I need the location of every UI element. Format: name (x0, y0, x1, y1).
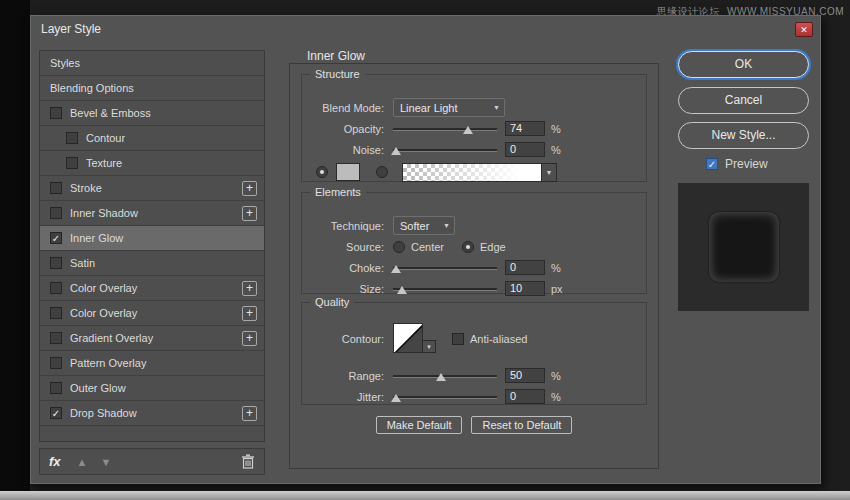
style-checkbox[interactable]: ✓ (50, 407, 62, 419)
gradient-radio[interactable] (376, 166, 388, 178)
style-checkbox[interactable] (50, 257, 62, 269)
size-input[interactable]: 10 (505, 281, 545, 296)
range-slider[interactable] (393, 369, 497, 383)
size-slider-thumb[interactable] (397, 286, 407, 294)
size-slider[interactable] (393, 282, 497, 296)
reset-to-default-button[interactable]: Reset to Default (471, 416, 572, 434)
noise-slider-thumb[interactable] (391, 147, 401, 155)
styles-list: Styles Blending Options Bevel & Emboss C… (39, 50, 265, 442)
range-input[interactable]: 50 (505, 368, 545, 383)
technique-row: Technique: Softer ▼ (302, 215, 646, 236)
close-icon[interactable]: ✕ (795, 22, 813, 37)
fx-icon[interactable]: fx (49, 454, 61, 469)
preview-checkbox[interactable]: ✓ (706, 158, 718, 170)
technique-select[interactable]: Softer ▼ (393, 216, 455, 235)
style-checkbox[interactable]: ✓ (50, 232, 62, 244)
add-instance-button[interactable]: + (242, 306, 257, 321)
opacity-slider[interactable] (393, 122, 497, 136)
opacity-input[interactable]: 74 (505, 121, 545, 136)
antialiased-checkbox[interactable] (452, 333, 464, 345)
ok-button[interactable]: OK (678, 51, 809, 78)
glow-color-swatch[interactable] (336, 163, 360, 181)
antialiased-label: Anti-aliased (470, 333, 527, 345)
source-edge-radio[interactable] (462, 241, 474, 253)
structure-group: Structure Blend Mode: Linear Light ▼ Opa… (301, 74, 647, 182)
sidebar-item[interactable]: Gradient Overlay + (40, 326, 264, 351)
sidebar-item[interactable]: Blending Options (40, 76, 264, 101)
dialog-titlebar[interactable]: Layer Style ✕ (31, 16, 820, 42)
source-center-label: Center (411, 241, 444, 253)
chevron-down-icon: ▼ (439, 222, 454, 229)
sidebar-item[interactable]: Contour (40, 126, 264, 151)
sidebar-item[interactable]: Outer Glow (40, 376, 264, 401)
move-up-icon[interactable]: ▲ (77, 456, 88, 468)
add-instance-button[interactable]: + (242, 206, 257, 221)
noise-slider[interactable] (393, 143, 497, 157)
choke-label: Choke: (308, 262, 384, 274)
chevron-down-icon[interactable]: ▼ (423, 340, 436, 353)
add-instance-button[interactable]: + (242, 406, 257, 421)
sidebar-footer: fx ▲ ▼ (39, 448, 265, 475)
preview-glow-square (709, 212, 779, 282)
elements-group: Elements Technique: Softer ▼ Source: Cen… (301, 192, 647, 294)
style-checkbox[interactable] (50, 207, 62, 219)
sidebar-item-label: Satin (70, 257, 95, 269)
cancel-button[interactable]: Cancel (678, 87, 809, 114)
choke-slider-thumb[interactable] (391, 265, 401, 273)
sidebar-item[interactable]: Stroke + (40, 176, 264, 201)
style-checkbox[interactable] (50, 107, 62, 119)
sidebar-item[interactable]: ✓ Drop Shadow + (40, 401, 264, 426)
style-checkbox[interactable] (50, 307, 62, 319)
defaults-row: Make Default Reset to Default (290, 416, 658, 434)
style-checkbox[interactable] (66, 132, 78, 144)
blend-mode-label: Blend Mode: (308, 102, 384, 114)
sidebar-item[interactable]: Color Overlay + (40, 276, 264, 301)
style-checkbox[interactable] (50, 357, 62, 369)
chevron-down-icon: ▼ (489, 104, 504, 111)
choke-slider[interactable] (393, 261, 497, 275)
solid-color-radio[interactable] (316, 166, 328, 178)
sidebar-item[interactable]: Color Overlay + (40, 301, 264, 326)
jitter-slider[interactable] (393, 390, 497, 404)
jitter-input[interactable]: 0 (505, 389, 545, 404)
source-center-radio[interactable] (393, 241, 405, 253)
background-band (0, 0, 30, 500)
sidebar-item[interactable]: Styles (40, 51, 264, 76)
trash-icon[interactable] (241, 454, 255, 469)
add-instance-button[interactable]: + (242, 331, 257, 346)
source-row: Source: Center Edge (302, 236, 646, 257)
sidebar-item-label: Pattern Overlay (70, 357, 146, 369)
structure-legend: Structure (310, 68, 365, 80)
opacity-row: Opacity: 74 % (302, 118, 646, 139)
opacity-slider-thumb[interactable] (463, 126, 473, 134)
bottom-strip (0, 491, 850, 500)
add-instance-button[interactable]: + (242, 281, 257, 296)
chevron-down-icon[interactable]: ▼ (541, 164, 556, 181)
sidebar-item[interactable]: Inner Shadow + (40, 201, 264, 226)
style-checkbox[interactable] (66, 157, 78, 169)
make-default-button[interactable]: Make Default (376, 416, 463, 434)
range-slider-thumb[interactable] (436, 373, 446, 381)
sidebar-item[interactable]: ✓ Inner Glow (40, 226, 264, 251)
gradient-picker[interactable]: ▼ (402, 163, 557, 182)
choke-input[interactable]: 0 (505, 260, 545, 275)
style-checkbox[interactable] (50, 332, 62, 344)
sidebar-item[interactable]: Satin (40, 251, 264, 276)
noise-input[interactable]: 0 (505, 142, 545, 157)
sidebar-item[interactable]: Pattern Overlay (40, 351, 264, 376)
sidebar-item[interactable]: Texture (40, 151, 264, 176)
size-label: Size: (308, 283, 384, 295)
style-checkbox[interactable] (50, 382, 62, 394)
gradient-preview[interactable] (403, 164, 541, 181)
style-checkbox[interactable] (50, 182, 62, 194)
blend-mode-select[interactable]: Linear Light ▼ (393, 98, 505, 117)
sidebar-item-label: Outer Glow (70, 382, 126, 394)
jitter-slider-thumb[interactable] (391, 394, 401, 402)
style-checkbox[interactable] (50, 282, 62, 294)
contour-picker[interactable] (393, 323, 423, 353)
new-style-button[interactable]: New Style... (678, 122, 809, 149)
add-instance-button[interactable]: + (242, 181, 257, 196)
move-down-icon[interactable]: ▼ (100, 456, 111, 468)
sidebar-item[interactable]: Bevel & Emboss (40, 101, 264, 126)
range-row: Range: 50 % (302, 365, 646, 386)
